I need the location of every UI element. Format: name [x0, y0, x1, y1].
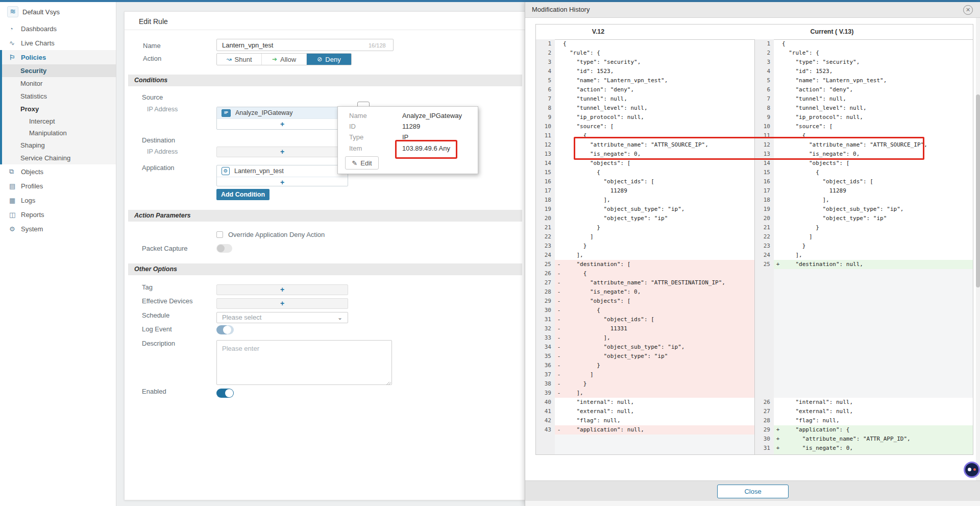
code-text: "tunnel": null,: [563, 94, 754, 104]
destination-add-ip-button[interactable]: +: [216, 147, 348, 157]
diff-row: 14 "objects": [: [536, 159, 754, 168]
code-text: "objects": [: [563, 297, 754, 306]
change-marker: [555, 196, 563, 205]
diff-row: 5 "name": "Lantern_vpn_test",: [536, 76, 754, 85]
diff-row: 38- }: [536, 379, 754, 389]
sidebar-item-reports[interactable]: ◫Reports: [0, 207, 116, 222]
sidebar-item-system[interactable]: ⚙System: [0, 222, 116, 236]
panel-scrollbar-thumb[interactable]: [976, 94, 980, 287]
sidebar-item-live-charts[interactable]: ∿Live Charts: [0, 36, 116, 50]
change-marker: [774, 306, 782, 315]
line-number: 11: [536, 131, 555, 140]
schedule-select[interactable]: Please select ⌄: [216, 312, 348, 323]
sidebar-item-proxy[interactable]: Proxy: [0, 103, 116, 115]
code-text: "object_ids": [: [563, 315, 754, 324]
code-text: "external": null,: [782, 407, 973, 416]
diff-row: 40 "internal": null,: [536, 398, 754, 407]
packet-capture-label: Packet Capture: [142, 245, 188, 252]
add-condition-button[interactable]: Add Condition: [216, 189, 270, 200]
tooltip-id-value: 11289: [402, 123, 420, 130]
tag-add-button[interactable]: +: [216, 284, 348, 295]
code-text: {: [563, 168, 754, 177]
code-text: "object_sub_type": "ip",: [563, 343, 754, 352]
packet-capture-toggle[interactable]: [216, 244, 232, 253]
diff-right-column: 1{2 "rule": {3 "type": "security",4 "id"…: [754, 39, 973, 454]
sidebar-item-logs[interactable]: ▦Logs: [0, 193, 116, 207]
change-marker: [774, 76, 782, 85]
floating-assistant-button[interactable]: [964, 462, 980, 478]
line-number: 8: [536, 104, 555, 113]
tooltip-edit-button[interactable]: ✎ Edit: [345, 156, 379, 170]
source-add-ip-button[interactable]: +: [217, 119, 348, 130]
close-icon[interactable]: ✕: [963, 5, 973, 15]
modification-history-panel: Modification History ✕ V.12 Current ( V.…: [525, 2, 980, 506]
change-marker: [555, 444, 563, 453]
tooltip-item-label: Item: [349, 144, 362, 152]
change-marker: [774, 49, 782, 58]
sidebar-item-default-vsys[interactable]: ≋Default Vsys: [0, 2, 116, 21]
sidebar-item-service-chaining[interactable]: Service Chaining: [0, 152, 116, 164]
name-input[interactable]: [216, 39, 394, 51]
application-item[interactable]: ⚙ Lantern_vpn_test: [217, 165, 348, 177]
sidebar-item-objects[interactable]: ⧉Objects: [0, 164, 116, 179]
diff-row: 27- "attribute_name": "ATTR_DESTINATION_…: [536, 278, 754, 287]
code-text: "ip_protocol": null,: [563, 113, 754, 122]
change-marker: -: [555, 260, 563, 269]
code-text: [782, 361, 973, 370]
close-button[interactable]: Close: [717, 485, 789, 498]
diff-row: [755, 333, 973, 343]
line-number: 31: [536, 315, 555, 324]
change-marker: [774, 278, 782, 287]
diff-row: 1{: [536, 39, 754, 49]
assistant-eye-left: [968, 468, 971, 471]
override-deny-checkbox[interactable]: [216, 231, 223, 238]
sidebar-item-policies[interactable]: ⚐Policies: [0, 50, 116, 64]
action-allow-button[interactable]: ➔ Allow: [262, 54, 307, 65]
sidebar-item-statistics[interactable]: Statistics: [0, 90, 116, 103]
code-text: "flag": null,: [782, 416, 973, 425]
code-text: ],: [782, 251, 973, 260]
line-number: 35: [536, 352, 555, 361]
textarea-resize-handle[interactable]: [386, 380, 391, 385]
diff-row: 20 "object_type": "ip": [755, 214, 973, 223]
sidebar-item-profiles[interactable]: ▤Profiles: [0, 179, 116, 193]
sidebar-item-security[interactable]: Security: [0, 64, 116, 77]
enabled-toggle[interactable]: [216, 389, 234, 398]
tooltip-id-label: ID: [349, 123, 356, 130]
diff-row: 24 ],: [755, 251, 973, 260]
action-deny-button[interactable]: ⊘ Deny: [307, 54, 351, 65]
sidebar-item-intercept[interactable]: Intercept: [0, 115, 116, 127]
sidebar-item-monitor[interactable]: Monitor: [0, 77, 116, 90]
sidebar-item-label: Dashboards: [21, 25, 57, 33]
code-text: "tunnel_level": null,: [782, 104, 973, 113]
code-text: ],: [782, 196, 973, 205]
change-marker: [555, 223, 563, 232]
effective-devices-add-button[interactable]: +: [216, 298, 348, 309]
log-event-toggle[interactable]: [216, 325, 234, 334]
diff-row: 30- {: [536, 306, 754, 315]
line-number: [536, 435, 555, 444]
sidebar-item-shaping[interactable]: Shaping: [0, 139, 116, 152]
diff-row: [755, 389, 973, 398]
change-marker: [774, 94, 782, 104]
diff-row: 10 "source": [: [536, 122, 754, 131]
diff-right-version-header: Current ( V.13): [781, 28, 883, 35]
diff-viewer: V.12 Current ( V.13) 1{2 "rule": {3 "typ…: [535, 24, 973, 455]
change-marker: [555, 94, 563, 104]
line-number: 24: [755, 251, 774, 260]
diff-columns: 1{2 "rule": {3 "type": "security",4 "id"…: [536, 39, 973, 454]
sidebar-item-dashboards[interactable]: ◔Dashboards: [0, 21, 116, 36]
action-shunt-button[interactable]: ↝ Shunt: [217, 54, 262, 65]
code-text: "type": "security",: [782, 58, 973, 67]
diff-row: 3 "type": "security",: [755, 58, 973, 67]
diff-row: [755, 306, 973, 315]
description-textarea[interactable]: [216, 340, 392, 385]
code-text: "destination": [: [563, 260, 754, 269]
line-number: 21: [755, 223, 774, 232]
sidebar-item-manipulation[interactable]: Manipulation: [0, 127, 116, 139]
code-text: [782, 389, 973, 398]
diff-row: 28- "is_negate": 0,: [536, 287, 754, 297]
application-add-button[interactable]: +: [217, 177, 348, 187]
code-text: [782, 333, 973, 343]
source-ip-item[interactable]: IP Analyze_IPGateway: [217, 107, 348, 119]
